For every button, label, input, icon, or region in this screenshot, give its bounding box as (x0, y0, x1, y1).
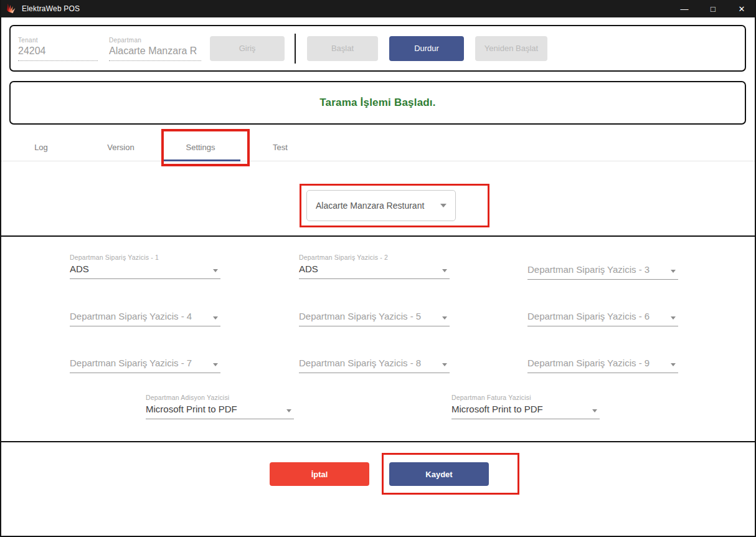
order-printer-8-placeholder: Departman Sipariş Yazicis - 8 (299, 358, 442, 368)
chevron-down-icon (671, 270, 676, 273)
order-printer-5-placeholder: Departman Sipariş Yazicis - 5 (299, 311, 442, 321)
order-printer-5-select[interactable]: Departman Sipariş Yazicis - 5 (299, 311, 450, 326)
tab-bar: Log Version Settings Test (1, 133, 756, 161)
title-bar: ElektraWeb POS — □ ✕ (0, 0, 756, 17)
fatura-printer-select[interactable]: Microsoft Print to PDF (451, 404, 600, 419)
window-title: ElektraWeb POS (22, 4, 80, 13)
adisyon-printer-value: Microsoft Print to PDF (146, 404, 286, 414)
order-printer-1-field[interactable]: Departman Sipariş Yazicis - 1 ADS (70, 254, 220, 279)
department-label: Departman (109, 37, 201, 44)
chevron-down-icon (442, 316, 447, 320)
chevron-down-icon (213, 363, 218, 366)
window-controls: — □ ✕ (670, 0, 756, 17)
tab-test[interactable]: Test (240, 133, 320, 161)
tab-log[interactable]: Log (1, 133, 81, 161)
start-button[interactable]: Başlat (307, 36, 378, 61)
order-printer-8-select[interactable]: Departman Sipariş Yazicis - 8 (299, 358, 450, 373)
fatura-printer-label: Departman Fatura Yazicisi (451, 394, 600, 401)
order-printer-6-field[interactable]: Departman Sipariş Yazicis - 6 (527, 311, 678, 326)
order-printer-8-field[interactable]: Departman Sipariş Yazicis - 8 (299, 358, 450, 373)
chevron-down-icon (213, 269, 218, 272)
restart-button[interactable]: Yeniden Başlat (475, 36, 547, 61)
status-box: Tarama İşlemi Başladı. (9, 81, 746, 125)
order-printer-9-placeholder: Departman Sipariş Yazicis - 9 (527, 358, 671, 368)
tab-settings[interactable]: Settings (161, 133, 240, 161)
order-printer-1-select[interactable]: ADS (70, 264, 220, 279)
chevron-down-icon (440, 204, 447, 207)
order-printer-2-field[interactable]: Departman Sipariş Yazicis - 2 ADS (299, 254, 450, 279)
save-button[interactable]: Kaydet (389, 462, 489, 486)
order-printer-1-label: Departman Sipariş Yazicis - 1 (70, 254, 220, 261)
stop-button[interactable]: Durdur (389, 36, 464, 61)
tab-version[interactable]: Version (81, 133, 161, 161)
login-button[interactable]: Giriş (210, 36, 285, 61)
order-printer-3-field[interactable]: Departman Sipariş Yazicis - 3 (527, 264, 678, 280)
settings-form: Departman Sipariş Yazicis - 1 ADS Depart… (1, 235, 756, 442)
tenant-field[interactable]: Tenant 24204 (18, 36, 98, 61)
minimize-icon[interactable]: — (670, 0, 699, 17)
vertical-divider (295, 34, 296, 64)
order-printer-7-placeholder: Departman Sipariş Yazicis - 7 (70, 358, 213, 368)
chevron-down-icon (671, 363, 676, 366)
department-select[interactable]: Alacarte Manzara Resturant (306, 190, 456, 221)
chevron-down-icon (671, 316, 676, 320)
order-printer-2-select[interactable]: ADS (299, 264, 450, 279)
active-tab-indicator (163, 159, 240, 161)
order-printer-6-select[interactable]: Departman Sipariş Yazicis - 6 (527, 311, 678, 326)
adisyon-printer-select[interactable]: Microsoft Print to PDF (146, 404, 294, 419)
order-printer-3-select[interactable]: Departman Sipariş Yazicis - 3 (527, 264, 678, 280)
fatura-printer-field[interactable]: Departman Fatura Yazicisi Microsoft Prin… (451, 394, 600, 419)
order-printer-3-placeholder: Departman Sipariş Yazicis - 3 (527, 264, 671, 275)
order-printer-4-select[interactable]: Departman Sipariş Yazicis - 4 (70, 311, 220, 326)
order-printer-7-select[interactable]: Departman Sipariş Yazicis - 7 (70, 358, 220, 373)
department-select-value: Alacarte Manzara Resturant (316, 201, 440, 211)
chevron-down-icon (442, 363, 447, 366)
status-message: Tarama İşlemi Başladı. (319, 97, 435, 109)
order-printer-9-select[interactable]: Departman Sipariş Yazicis - 9 (527, 358, 678, 373)
department-input[interactable]: Alacarte Manzara R (109, 45, 201, 61)
cancel-button[interactable]: İptal (270, 462, 369, 486)
order-printer-5-field[interactable]: Departman Sipariş Yazicis - 5 (299, 311, 450, 326)
department-field[interactable]: Departman Alacarte Manzara R (109, 36, 201, 61)
chevron-down-icon (592, 409, 597, 412)
app-window: ElektraWeb POS — □ ✕ Tenant 24204 Depart… (0, 0, 756, 537)
fatura-printer-value: Microsoft Print to PDF (451, 404, 592, 414)
connection-bar: Tenant 24204 Departman Alacarte Manzara … (9, 25, 746, 72)
chevron-down-icon (213, 316, 218, 320)
maximize-icon[interactable]: □ (699, 0, 727, 17)
elektraweb-logo-flame-icon (6, 2, 17, 15)
chevron-down-icon (286, 409, 291, 412)
adisyon-printer-label: Departman Adisyon Yazicisi (146, 394, 294, 401)
order-printer-2-value: ADS (299, 264, 442, 274)
tenant-input[interactable]: 24204 (18, 45, 98, 61)
tenant-label: Tenant (18, 37, 98, 44)
order-printer-9-field[interactable]: Departman Sipariş Yazicis - 9 (527, 358, 678, 373)
order-printer-1-value: ADS (70, 264, 213, 274)
order-printer-4-field[interactable]: Departman Sipariş Yazicis - 4 (70, 311, 220, 326)
chevron-down-icon (442, 269, 447, 272)
close-icon[interactable]: ✕ (727, 0, 756, 17)
order-printer-2-label: Departman Sipariş Yazicis - 2 (299, 254, 450, 261)
order-printer-7-field[interactable]: Departman Sipariş Yazicis - 7 (70, 358, 220, 373)
order-printer-6-placeholder: Departman Sipariş Yazicis - 6 (527, 311, 671, 321)
order-printer-4-placeholder: Departman Sipariş Yazicis - 4 (70, 311, 213, 321)
adisyon-printer-field[interactable]: Departman Adisyon Yazicisi Microsoft Pri… (146, 394, 294, 419)
